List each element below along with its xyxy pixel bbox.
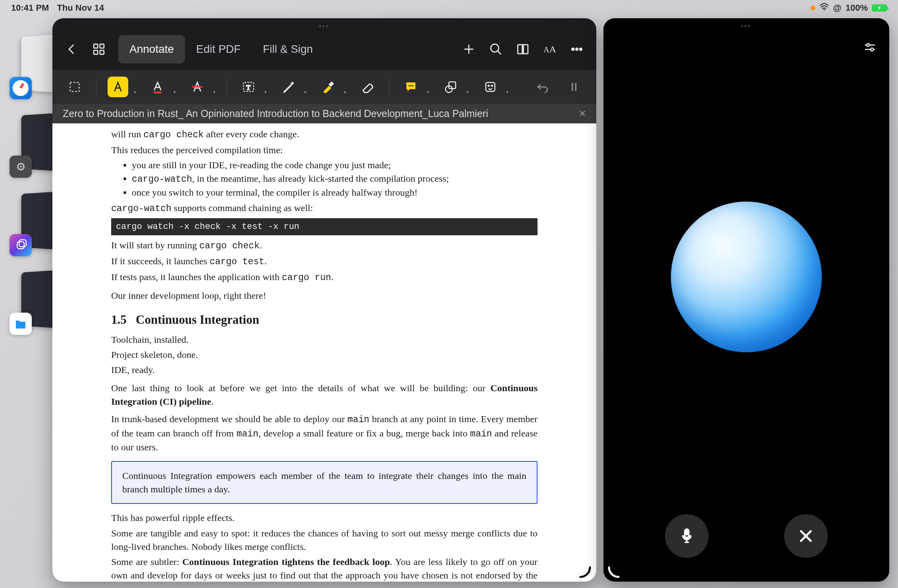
svg-point-12 bbox=[576, 48, 578, 50]
svg-rect-4 bbox=[100, 44, 104, 48]
svg-point-22 bbox=[410, 85, 411, 86]
chevron-down-icon[interactable]: ▾ bbox=[304, 90, 306, 97]
list-item: you are still in your IDE, re-reading th… bbox=[132, 158, 538, 172]
marker-tool-button[interactable] bbox=[318, 77, 338, 97]
svg-point-0 bbox=[823, 9, 825, 11]
eraser-tool-button[interactable] bbox=[357, 77, 378, 97]
svg-point-27 bbox=[488, 85, 489, 86]
svg-rect-19 bbox=[290, 81, 294, 85]
status-at: @ bbox=[833, 3, 841, 13]
wifi-icon bbox=[819, 3, 829, 13]
highlight-tool-button[interactable] bbox=[108, 77, 128, 97]
svg-point-21 bbox=[409, 85, 410, 86]
svg-text:T: T bbox=[246, 84, 251, 91]
top-toolbar: Annotate Edit PDF Fill & Sign AA bbox=[52, 31, 596, 70]
svg-rect-3 bbox=[94, 44, 98, 48]
chevron-down-icon[interactable]: ▾ bbox=[173, 90, 176, 97]
annotate-toolbar: ▾ ▾ ▾ T ▾ ▾ ▾ bbox=[52, 70, 596, 104]
list-item: cargo-watch, in the meantime, has alread… bbox=[132, 172, 538, 186]
pen-tool-button[interactable] bbox=[278, 77, 299, 97]
status-time: 10:41 PM bbox=[11, 3, 49, 13]
svg-point-32 bbox=[867, 44, 869, 46]
window-grabber-icon[interactable]: ••• bbox=[52, 18, 596, 31]
divider bbox=[227, 78, 227, 96]
callout-box: Continuous Integration empowers each mem… bbox=[111, 461, 538, 504]
svg-rect-26 bbox=[486, 83, 495, 92]
svg-rect-6 bbox=[100, 50, 104, 54]
text-box-button[interactable]: T bbox=[238, 77, 259, 97]
pdf-app-window: ••• Annotate Edit PDF Fill & Sign AA bbox=[52, 18, 596, 582]
status-date: Thu Nov 14 bbox=[57, 3, 104, 13]
text-color-button[interactable] bbox=[147, 77, 168, 97]
document-viewport[interactable]: will run cargo check after every code ch… bbox=[52, 123, 596, 582]
undo-button[interactable] bbox=[532, 77, 553, 97]
svg-point-23 bbox=[412, 85, 413, 86]
svg-rect-14 bbox=[70, 83, 79, 92]
svg-point-34 bbox=[871, 48, 873, 51]
chevron-down-icon[interactable]: ▾ bbox=[466, 90, 469, 97]
close-document-button[interactable]: ✕ bbox=[579, 109, 586, 119]
window-resize-handle[interactable] bbox=[607, 565, 621, 579]
privacy-indicator-dot bbox=[811, 6, 815, 10]
assistant-orb bbox=[671, 202, 822, 352]
tab-edit-pdf[interactable]: Edit PDF bbox=[185, 35, 252, 63]
svg-point-9 bbox=[491, 44, 499, 52]
tab-annotate[interactable]: Annotate bbox=[118, 35, 185, 63]
battery-percent: 100% bbox=[846, 3, 868, 13]
document-title: Zero to Production in Rust_ An Opinionat… bbox=[63, 108, 488, 119]
stage-manager-strip: ⚙︎ bbox=[10, 36, 57, 339]
back-button[interactable] bbox=[60, 37, 84, 61]
document-page: will run cargo check after every code ch… bbox=[52, 123, 596, 582]
files-icon bbox=[10, 313, 32, 335]
document-title-bar: Zero to Production in Rust_ An Opinionat… bbox=[52, 104, 596, 123]
svg-rect-20 bbox=[328, 81, 334, 87]
list-item: once you switch to your terminal, the co… bbox=[132, 186, 538, 199]
battery-icon: ⚡︎ bbox=[872, 4, 887, 12]
tab-fill-sign[interactable]: Fill & Sign bbox=[252, 35, 324, 63]
code-block: cargo watch -x check -x test -x run bbox=[111, 218, 538, 235]
mode-tabs: Annotate Edit PDF Fill & Sign bbox=[118, 35, 324, 63]
chevron-down-icon[interactable]: ▾ bbox=[506, 90, 509, 97]
svg-rect-1 bbox=[17, 242, 24, 249]
microphone-button[interactable] bbox=[665, 514, 709, 558]
svg-point-11 bbox=[572, 48, 574, 50]
add-button[interactable] bbox=[457, 37, 481, 61]
divider bbox=[389, 78, 389, 96]
svg-point-13 bbox=[580, 48, 582, 50]
shapes-tool-button[interactable] bbox=[440, 77, 461, 97]
more-button[interactable] bbox=[565, 37, 589, 61]
close-button[interactable] bbox=[784, 514, 828, 558]
shortcuts-icon bbox=[10, 234, 32, 256]
settings-icon: ⚙︎ bbox=[10, 156, 32, 178]
window-grabber-icon[interactable]: ••• bbox=[741, 18, 752, 31]
chevron-down-icon[interactable]: ▾ bbox=[427, 90, 429, 97]
svg-rect-5 bbox=[94, 50, 98, 54]
chevron-down-icon[interactable]: ▾ bbox=[213, 90, 216, 97]
toolbar-collapse-button[interactable] bbox=[564, 77, 584, 97]
settings-sliders-button[interactable] bbox=[863, 40, 877, 56]
status-bar: 10:41 PM Thu Nov 14 @ 100% ⚡︎ bbox=[0, 0, 898, 16]
safari-icon bbox=[10, 77, 32, 99]
divider bbox=[96, 78, 96, 96]
svg-rect-2 bbox=[19, 240, 26, 247]
chevron-down-icon[interactable]: ▾ bbox=[264, 90, 267, 97]
chevron-down-icon[interactable]: ▾ bbox=[344, 90, 346, 97]
strikethrough-button[interactable] bbox=[187, 77, 208, 97]
window-resize-handle[interactable] bbox=[578, 565, 592, 579]
svg-point-28 bbox=[491, 85, 493, 86]
section-heading: 1.5 Continuous Integration bbox=[111, 311, 538, 329]
reader-view-button[interactable] bbox=[511, 37, 535, 61]
search-button[interactable] bbox=[484, 37, 508, 61]
selection-tool-button[interactable] bbox=[64, 77, 85, 97]
thumbnails-button[interactable] bbox=[87, 37, 111, 61]
stage-item-settings[interactable]: ⚙︎ bbox=[10, 114, 57, 182]
stage-item-safari[interactable] bbox=[10, 36, 57, 103]
stage-item-files[interactable] bbox=[10, 271, 57, 339]
stamp-tool-button[interactable] bbox=[480, 77, 501, 97]
comment-tool-button[interactable] bbox=[401, 77, 421, 97]
text-size-button[interactable]: AA bbox=[538, 37, 562, 61]
assistant-window: ••• bbox=[603, 18, 889, 582]
svg-line-10 bbox=[497, 51, 501, 54]
chevron-down-icon[interactable]: ▾ bbox=[134, 90, 136, 97]
stage-item-shortcuts[interactable] bbox=[10, 193, 57, 260]
